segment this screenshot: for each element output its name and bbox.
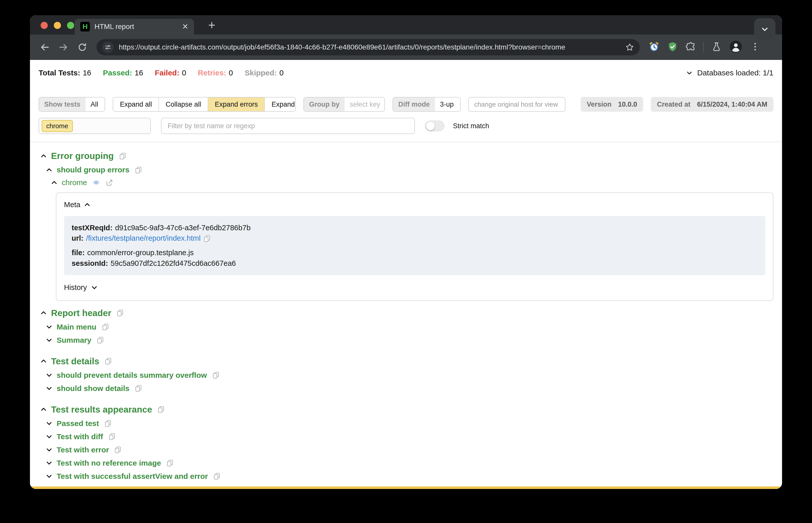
menu-kebab-icon[interactable] [750,42,760,53]
chevron-down-icon[interactable] [46,385,53,392]
stat-item: Failed:0 [155,69,186,77]
copy-icon[interactable] [213,472,220,480]
site-settings-icon[interactable] [102,41,114,53]
copy-icon[interactable] [102,323,109,330]
copy-icon[interactable] [104,420,111,427]
minimize-window-button[interactable] [54,22,61,29]
copy-icon[interactable] [119,152,126,160]
new-tab-button[interactable]: + [205,18,218,32]
chevron-down-icon[interactable] [46,323,53,330]
alarm-clock-extension-icon[interactable] [649,41,660,53]
meta-key: url: [72,234,84,242]
databases-loaded-label: Databases loaded: 1/1 [697,69,773,77]
copy-icon[interactable] [96,337,104,344]
eye-icon[interactable] [92,179,100,186]
forward-button[interactable] [55,39,72,55]
chevron-down-icon[interactable] [46,337,53,343]
chevron-down-icon[interactable] [46,446,53,453]
caret-down-icon [105,103,105,106]
copy-icon[interactable] [134,385,142,392]
suite-title[interactable]: should prevent details summary overflow [57,371,207,380]
databases-loaded-toggle[interactable]: Databases loaded: 1/1 [686,69,773,77]
suite-title[interactable]: Test with error [57,446,109,454]
copy-icon[interactable] [212,372,219,379]
suite-title[interactable]: Test results appearance [51,404,152,415]
suite-title[interactable]: Test with successful assertView and erro… [57,472,208,481]
copy-icon[interactable] [116,309,124,317]
stat-value: 16 [134,69,143,77]
url-bar[interactable]: https://output.circle-artifacts.com/outp… [96,39,640,55]
suite-title[interactable]: Error grouping [51,151,114,161]
suite-row: should prevent details summary overflow [39,371,773,380]
group-by-select[interactable]: select key [345,97,385,111]
show-tests-control[interactable]: Show tests All [39,97,105,112]
chevron-up-icon[interactable] [40,358,47,365]
copy-icon[interactable] [108,433,115,440]
chevron-down-icon[interactable] [46,459,53,466]
button-expand-all[interactable]: Expand all [113,97,159,111]
test-result-card: Meta testXReqId:d91c9a5c-9af3-47c6-a3ef-… [56,193,773,301]
chevron-down-icon[interactable] [46,473,53,480]
back-button[interactable] [37,39,53,55]
chevron-down-icon[interactable] [46,372,53,379]
suite-title[interactable]: should group errors [57,165,129,174]
suite-title[interactable]: Report header [51,308,111,318]
chevron-down-icon[interactable] [46,433,53,440]
chevron-up-icon[interactable] [51,179,58,186]
tab-search-button[interactable] [754,18,775,40]
chevron-up-icon[interactable] [40,152,47,159]
meta-url-link[interactable]: /fixtures/testplane/report/index.html [86,234,201,242]
history-toggle[interactable]: History [64,283,765,292]
group-by-control[interactable]: Group by select key [303,97,385,112]
share-icon[interactable] [105,179,113,186]
chevron-up-icon [84,201,91,208]
bookmark-star-icon[interactable] [625,43,634,52]
profile-avatar[interactable] [729,40,742,54]
suite-title[interactable]: chrome [62,178,87,187]
url-text: https://output.circle-artifacts.com/outp… [119,43,620,51]
suite-title[interactable]: Test with diff [57,432,103,441]
strict-match-toggle[interactable] [425,121,444,131]
diff-mode-select[interactable]: 3-up [435,97,461,111]
copy-icon[interactable] [104,358,112,365]
browser-chip[interactable]: chrome [42,120,73,132]
flask-icon[interactable] [711,42,722,53]
stat-value: 0 [182,69,186,77]
copy-icon[interactable] [114,446,121,453]
chevron-up-icon[interactable] [46,166,53,174]
copy-icon[interactable] [166,459,174,467]
meta-section-toggle[interactable]: Meta [64,201,765,209]
suite-title[interactable]: Test with no reference image [57,459,161,467]
copy-icon[interactable] [203,235,211,242]
button-collapse-all[interactable]: Collapse all [159,97,208,111]
button-expand-retries[interactable]: Expand retries [265,97,296,111]
extensions-puzzle-icon[interactable] [686,42,696,53]
copy-icon[interactable] [157,406,164,413]
close-window-button[interactable] [41,22,48,29]
original-host-input[interactable] [468,97,565,112]
chevron-down-icon[interactable] [46,420,53,427]
chevron-up-icon[interactable] [40,406,47,413]
suite-title[interactable]: Passed test [57,419,99,428]
diff-mode-control[interactable]: Diff mode 3-up [393,97,460,112]
reload-button[interactable] [74,39,90,55]
suite-title[interactable]: should show details [57,384,129,393]
expand-button-group: Expand allCollapse allExpand errorsExpan… [113,97,296,112]
zoom-window-button[interactable] [67,22,74,29]
stat-label: Passed: [103,69,132,77]
suite-title[interactable]: Main menu [57,323,96,331]
close-tab-icon[interactable]: ✕ [182,23,188,31]
copy-icon[interactable] [134,166,142,174]
suite-title[interactable]: Summary [57,336,91,344]
diff-mode-label: Diff mode [393,97,435,111]
suite-title[interactable]: Test details [51,356,99,366]
shield-extension-icon[interactable] [667,41,678,53]
tab-strip: H HTML report ✕ + [30,15,782,35]
active-tab[interactable]: H HTML report ✕ [75,19,194,35]
button-expand-errors[interactable]: Expand errors [208,97,265,111]
browser-filter-input[interactable]: chrome [39,118,151,134]
chevron-up-icon[interactable] [40,309,47,316]
browser-window: H HTML report ✕ + https://output.circle-… [30,15,782,489]
test-name-filter-input[interactable] [161,118,415,134]
show-tests-select[interactable]: All [86,97,105,111]
